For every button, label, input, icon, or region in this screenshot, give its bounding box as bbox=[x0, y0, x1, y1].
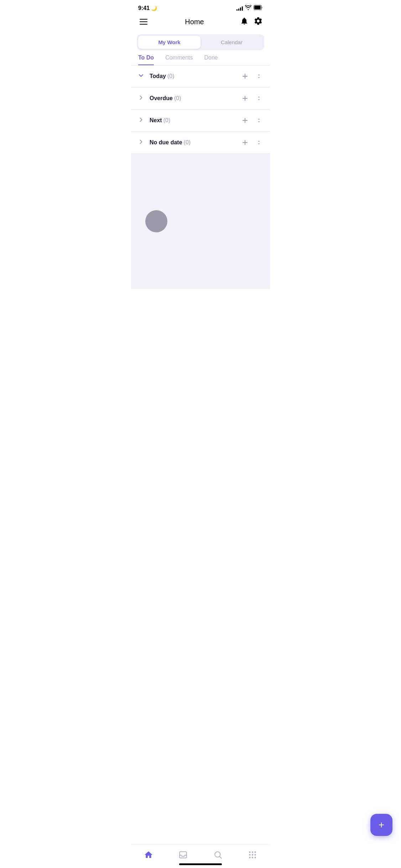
hamburger-line bbox=[140, 21, 147, 22]
calendar-tab[interactable]: Calendar bbox=[200, 36, 263, 49]
tab-to-do[interactable]: To Do bbox=[138, 55, 154, 65]
notifications-button[interactable] bbox=[240, 17, 249, 27]
overdue-chevron-right[interactable] bbox=[138, 95, 146, 102]
section-next: Next(0) bbox=[131, 110, 270, 131]
hamburger-line bbox=[140, 19, 147, 20]
next-label: Next(0) bbox=[150, 117, 241, 124]
battery-icon bbox=[254, 5, 263, 11]
section-no-due-date: No due date(0) bbox=[131, 132, 270, 154]
today-sort-button[interactable] bbox=[255, 72, 263, 80]
overdue-actions bbox=[241, 94, 263, 103]
today-chevron-down[interactable] bbox=[138, 73, 146, 80]
tab-comments[interactable]: Comments bbox=[165, 55, 193, 65]
empty-content-area bbox=[131, 154, 270, 289]
sub-tabs: To Do Comments Done bbox=[131, 50, 270, 65]
time-text: 9:41 bbox=[138, 5, 150, 11]
wifi-icon bbox=[245, 5, 251, 11]
next-actions bbox=[241, 116, 263, 125]
today-label: Today(0) bbox=[150, 73, 241, 79]
overdue-add-button[interactable] bbox=[241, 94, 249, 103]
empty-state-graphic bbox=[145, 210, 167, 232]
tab-done[interactable]: Done bbox=[204, 55, 218, 65]
section-overdue: Overdue(0) bbox=[131, 88, 270, 109]
no-due-date-chevron-right[interactable] bbox=[138, 139, 146, 146]
section-today: Today(0) bbox=[131, 66, 270, 87]
signal-icon bbox=[236, 6, 243, 11]
overdue-sort-button[interactable] bbox=[255, 94, 263, 102]
next-add-button[interactable] bbox=[241, 116, 249, 125]
today-add-button[interactable] bbox=[241, 72, 249, 81]
next-chevron-right[interactable] bbox=[138, 117, 146, 124]
menu-button[interactable] bbox=[138, 17, 149, 26]
status-icons bbox=[236, 5, 263, 11]
no-due-date-actions bbox=[241, 138, 263, 147]
hamburger-line bbox=[140, 24, 147, 25]
next-sort-button[interactable] bbox=[255, 117, 263, 124]
page-title: Home bbox=[185, 18, 204, 26]
moon-icon: 🌙 bbox=[151, 5, 157, 11]
header-actions bbox=[240, 16, 263, 27]
no-due-date-add-button[interactable] bbox=[241, 138, 249, 147]
content-area: Today(0) Overdue(0) bbox=[131, 66, 270, 289]
status-bar: 9:41 🌙 bbox=[131, 0, 270, 14]
settings-button[interactable] bbox=[254, 16, 263, 27]
svg-rect-1 bbox=[254, 6, 261, 9]
header: Home bbox=[131, 14, 270, 31]
no-due-date-sort-button[interactable] bbox=[255, 139, 263, 146]
my-work-tab[interactable]: My Work bbox=[138, 36, 200, 49]
no-due-date-label: No due date(0) bbox=[150, 139, 241, 146]
overdue-label: Overdue(0) bbox=[150, 95, 241, 102]
today-actions bbox=[241, 72, 263, 81]
status-time: 9:41 🌙 bbox=[138, 5, 157, 11]
tab-switcher: My Work Calendar bbox=[137, 34, 264, 50]
